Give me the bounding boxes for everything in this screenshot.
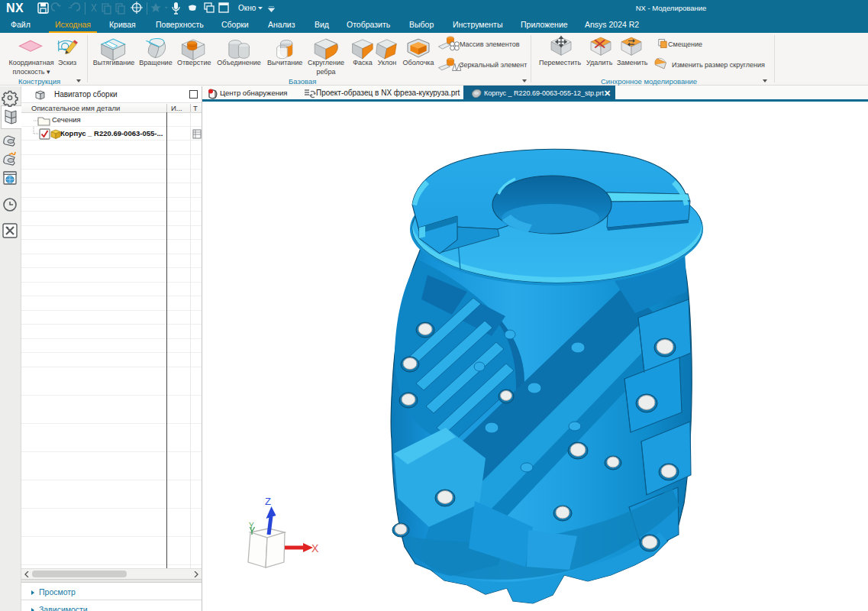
svg-text:Y: Y bbox=[249, 522, 254, 530]
svg-text:X: X bbox=[311, 542, 319, 554]
svg-text:Z: Z bbox=[265, 496, 271, 507]
